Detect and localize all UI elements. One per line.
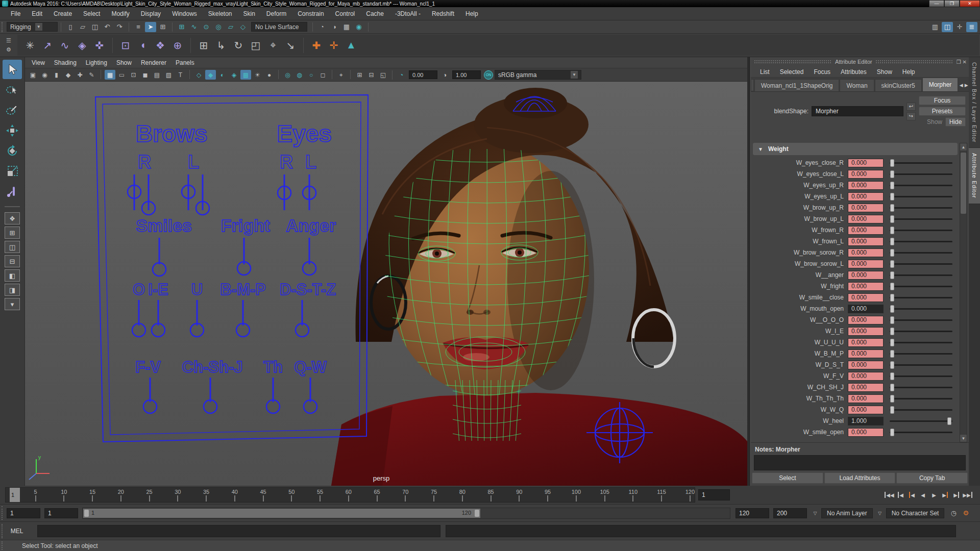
range-slider-track[interactable]: 1 120 [82,508,730,519]
weight-slider[interactable] [890,338,952,347]
snap-point-icon[interactable]: ⊙ [201,22,212,32]
attribute-editor-menu-item-show[interactable]: Show [872,68,897,76]
select-tool[interactable] [3,60,22,79]
status-grip[interactable] [2,22,5,32]
scale-tool[interactable] [3,162,22,181]
image-plane-icon[interactable]: ◆ [63,70,74,80]
weight-slider[interactable] [890,170,952,179]
hypergraph-persp-layout-button[interactable]: ◨ [5,284,20,296]
slider-thumb[interactable] [890,305,894,313]
weight-value-field[interactable]: 0.000 [848,293,884,302]
playback-end-field[interactable]: 120 [736,508,769,518]
occlusion-icon[interactable]: ◎ [282,70,293,80]
chevron-down-icon[interactable]: ▽ [811,509,819,518]
point-constraint-icon[interactable]: ↳ [212,37,230,54]
motion-blur-icon[interactable]: ◍ [294,70,305,80]
wireframe-icon[interactable]: ◇ [193,70,204,80]
time-slider-track[interactable]: 1 51015202530354045505560657075808590951… [5,487,695,503]
attribute-editor-menu-item-list[interactable]: List [755,68,775,76]
bookmark-icon[interactable]: ▮ [51,70,62,80]
scroll-thumb[interactable] [961,153,966,214]
softmod-icon[interactable]: ⊕ [169,37,186,54]
insert-joint-icon[interactable]: ◈ [74,37,91,54]
slider-thumb[interactable] [890,215,894,223]
help-grip[interactable] [2,541,5,550]
ipr-render-icon[interactable]: ◑ [329,22,340,32]
weight-slider[interactable] [890,204,952,212]
contrast-field[interactable]: 1.00 [452,70,481,79]
select-camera-icon[interactable]: ▣ [28,70,38,80]
sidebar-toggle-icon[interactable]: ◫ [942,22,953,32]
flat-shade-icon[interactable]: ◐ [217,70,228,80]
focus-button[interactable]: Focus [919,96,966,105]
main-menu-item-skeleton[interactable]: Skeleton [203,10,238,17]
resolution-gate-icon[interactable]: ⊡ [128,70,139,80]
weight-value-field[interactable]: 0.000 [848,237,884,246]
new-scene-icon[interactable]: ▯ [65,22,76,32]
rotate-tool[interactable] [3,141,22,161]
shadows-icon[interactable]: ● [264,70,275,80]
weight-slider[interactable] [890,394,952,403]
camera-attributes-icon[interactable]: ◉ [39,70,50,80]
parent-constraint-icon[interactable]: ⊞ [195,37,212,54]
weight-value-field[interactable]: 0.000 [848,159,884,167]
weight-slider[interactable] [890,192,952,201]
two-pane-side-layout-button[interactable]: ◫ [5,241,20,253]
scrollbar[interactable]: ▲ ▼ [960,143,967,442]
main-menu-item-3dtoall[interactable]: -3DtoAll - [389,10,426,17]
weight-value-field[interactable]: 0.000 [848,271,884,280]
weight-value-field[interactable]: 0.000 [848,204,884,212]
main-menu-item-redshift[interactable]: Redshift [426,10,460,17]
slider-thumb[interactable] [890,260,894,268]
show-button[interactable]: Show [925,118,944,126]
viewport-menu-item-view[interactable]: View [27,59,50,66]
edit-attribute-icon[interactable]: ✛ [325,37,342,54]
add-attribute-icon[interactable]: ✚ [308,37,325,54]
attribute-editor-menu-item-selected[interactable]: Selected [775,68,809,76]
select-component-icon[interactable]: ⊞ [157,22,168,32]
range-end-handle[interactable] [475,510,479,517]
slider-thumb[interactable] [890,271,894,279]
default-material-icon[interactable]: ▩ [240,70,251,80]
weight-slider[interactable] [890,327,952,336]
exposure-field[interactable]: 0.00 [409,70,437,79]
save-scene-icon[interactable]: ◫ [89,22,101,32]
render-current-frame-icon[interactable]: ◔ [316,22,328,32]
main-menu-item-select[interactable]: Select [78,10,106,17]
tab-skincluster5[interactable]: skinCluster5 [875,79,922,91]
main-menu-item-modify[interactable]: Modify [106,10,135,17]
weight-slider[interactable] [890,305,952,313]
blendshape-name-field[interactable]: Morpher [812,106,903,116]
main-menu-item-constrain[interactable]: Constrain [292,10,329,17]
field-chart-icon[interactable]: ▤ [152,70,162,80]
isolate-select-icon[interactable]: ⌖ [336,70,347,80]
current-frame-field[interactable]: 1 [698,489,730,500]
weight-slider[interactable] [890,349,952,358]
main-menu-item-windows[interactable]: Windows [166,10,203,17]
open-scene-icon[interactable]: ▱ [77,22,88,32]
main-menu-item-display[interactable]: Display [135,10,166,17]
weight-slider[interactable] [890,282,952,291]
copy-tab-button[interactable]: Copy Tab [896,472,968,484]
pane-tearoff-icon[interactable]: ◱ [378,70,388,80]
attribute-editor-menu-item-focus[interactable]: Focus [808,68,836,76]
layout-dropdown-button[interactable]: ▾ [5,298,20,310]
shelf-tabs-icon[interactable]: ☰ [4,37,14,44]
four-pane-layout-button[interactable]: ⊞ [5,227,20,239]
command-grip[interactable] [2,524,5,538]
viewport-menu-item-shading[interactable]: Shading [50,59,81,66]
weight-value-field[interactable]: 0.000 [848,406,884,414]
slider-thumb[interactable] [890,339,894,346]
step-back-frame-button[interactable]: ◀ [895,490,905,500]
select-button[interactable]: Select [752,472,823,484]
scroll-down-icon[interactable]: ▼ [960,435,967,442]
weight-slider[interactable] [890,361,952,369]
snap-grid-icon[interactable]: ⊞ [176,22,187,32]
slider-thumb[interactable] [890,182,894,189]
range-start-handle[interactable] [84,510,89,517]
slider-thumb[interactable] [890,316,894,324]
slider-thumb[interactable] [890,193,894,201]
smooth-shade-icon[interactable]: ◆ [205,70,216,80]
slider-thumb[interactable] [890,294,894,302]
command-language-label[interactable]: MEL [7,528,27,535]
